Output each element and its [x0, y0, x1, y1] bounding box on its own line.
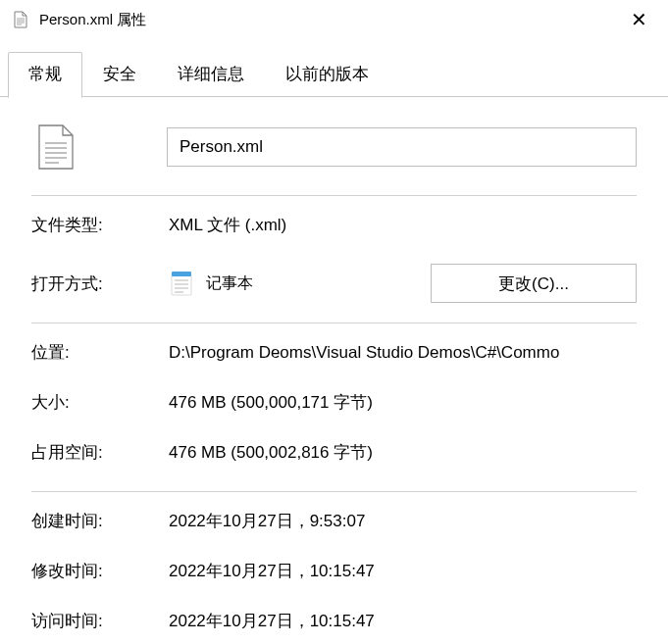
tab-details[interactable]: 详细信息: [157, 52, 265, 98]
close-button[interactable]: ✕: [621, 2, 656, 37]
file-type-icon: [31, 123, 80, 172]
document-icon: [12, 9, 29, 30]
filetype-value: XML 文件 (.xml): [169, 214, 637, 236]
tab-general[interactable]: 常规: [8, 52, 82, 98]
openwith-app-name: 记事本: [206, 273, 253, 294]
accessed-label: 访问时间:: [31, 610, 169, 632]
size-label: 大小:: [31, 391, 169, 414]
divider: [31, 195, 637, 196]
openwith-label: 打开方式:: [31, 272, 169, 295]
modified-value: 2022年10月27日，10:15:47: [169, 560, 637, 582]
filetype-label: 文件类型:: [31, 214, 169, 236]
titlebar: Person.xml 属性 ✕: [0, 0, 668, 39]
tab-security[interactable]: 安全: [82, 52, 157, 98]
location-value: D:\Program Deoms\Visual Studio Demos\C#\…: [169, 343, 637, 363]
size-value: 476 MB (500,000,171 字节): [169, 391, 637, 414]
notepad-icon: [169, 271, 194, 296]
accessed-value: 2022年10月27日，10:15:47: [169, 610, 637, 632]
svg-rect-10: [172, 272, 191, 276]
tab-bar: 常规 安全 详细信息 以前的版本: [0, 51, 668, 97]
modified-label: 修改时间:: [31, 560, 169, 582]
window-title: Person.xml 属性: [39, 11, 621, 29]
divider: [31, 491, 637, 492]
created-value: 2022年10月27日，9:53:07: [169, 510, 637, 532]
location-label: 位置:: [31, 341, 169, 364]
sizeondisk-value: 476 MB (500,002,816 字节): [169, 441, 637, 464]
tab-previous-versions[interactable]: 以前的版本: [265, 52, 389, 98]
divider: [31, 322, 637, 323]
created-label: 创建时间:: [31, 510, 169, 532]
change-button[interactable]: 更改(C)...: [431, 264, 637, 303]
sizeondisk-label: 占用空间:: [31, 441, 169, 464]
tab-content-general: 文件类型: XML 文件 (.xml) 打开方式: 记事本 更改(C)... 位…: [0, 97, 668, 644]
filename-input[interactable]: [167, 127, 637, 167]
